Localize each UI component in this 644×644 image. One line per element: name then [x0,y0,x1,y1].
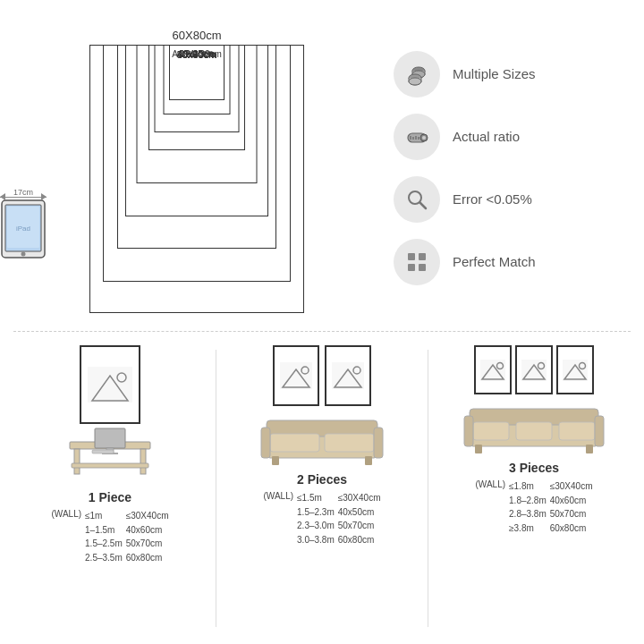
tape-icon [394,114,440,160]
ipad-icon: iPad [0,199,47,259]
svg-text:iPad: iPad [16,225,30,233]
svg-rect-43 [325,434,374,452]
arrangement-1-piece: 1 Piece (WALL) ≤1m 1–1.5m 1.5–2.5m 2.5–3… [4,341,216,636]
size-diagram: 60X80cm 50x70cm 40x60cm 40x50cm 30x40cm [9,9,385,326]
features-panel: Multiple Sizes Actual ratio [385,9,635,326]
art-frame-3c [556,345,594,394]
feature-multiple-sizes: Multiple Sizes [394,51,631,97]
svg-rect-20 [419,253,426,260]
arrangement-3-pieces: 3 Pieces (WALL) ≤1.8m 1.8–2.8m 2.8–3.8m … [428,341,640,636]
label-13x18: 13x18cm [181,48,214,57]
svg-rect-47 [365,456,372,465]
art-frame-3b [515,345,553,394]
art-frame-2b [325,345,371,406]
svg-rect-22 [419,264,426,271]
svg-rect-60 [516,422,552,440]
furniture-desk [61,424,159,487]
arrangement-3-table: (WALL) ≤1.8m 1.8–2.8m 2.8–3.8m ≥3.8m ≤30… [476,479,593,535]
svg-point-16 [422,136,426,140]
svg-rect-61 [559,422,595,440]
ipad-width-label: 17cm [13,188,33,197]
feature-perfect-match: Perfect Match [394,239,631,285]
feature-actual-ratio: Actual ratio [394,114,631,160]
arrangement-1-table: (WALL) ≤1m 1–1.5m 1.5–2.5m 2.5–3.5m ≤30X… [52,509,169,564]
bottom-section: 1 Piece (WALL) ≤1m 1–1.5m 1.5–2.5m 2.5–3… [0,332,644,640]
svg-rect-21 [408,264,415,271]
feature-error-label: Error <0.05% [453,191,532,207]
art-frame-2a [273,345,319,406]
svg-rect-30 [95,428,125,448]
svg-rect-42 [270,434,319,452]
wall-label-1: (WALL) [52,509,82,564]
arrangement-2-title: 2 Pieces [297,472,347,487]
furniture-sofa-3 [462,394,606,457]
svg-rect-29 [72,463,148,468]
svg-rect-27 [74,449,80,474]
feature-actual-ratio-label: Actual ratio [453,129,520,144]
svg-line-18 [420,202,427,208]
svg-rect-28 [140,449,146,474]
art-frame-3a [474,345,512,394]
svg-point-8 [409,78,421,85]
feature-error: Error <0.05% [394,176,631,223]
svg-rect-62 [464,416,473,446]
furniture-sofa-2 [259,406,385,469]
feature-perfect-match-label: Perfect Match [453,254,536,269]
magnifier-icon [394,176,440,223]
svg-rect-19 [408,253,415,260]
coins-icon [394,51,440,97]
frame-13x18: 13x18cm [169,45,225,100]
grid-icon [394,239,440,285]
svg-rect-59 [473,422,509,440]
wall-label-3: (WALL) [476,479,506,535]
svg-rect-65 [586,445,593,453]
svg-point-2 [21,252,26,257]
svg-rect-45 [374,428,383,458]
arrangement-1-title: 1 Piece [89,490,131,504]
arrangement-2-pieces: 2 Pieces (WALL) ≤1.5m 1.5–2.3m 2.3–3.0m … [216,341,428,636]
svg-rect-44 [261,428,270,458]
svg-rect-64 [475,445,482,453]
feature-multiple-sizes-label: Multiple Sizes [453,66,536,81]
size-label-60x80: 60X80cm [173,29,222,42]
svg-rect-63 [595,416,604,446]
arrangement-2-table: (WALL) ≤1.5m 1.5–2.3m 2.3–3.0m 3.0–3.8m … [264,491,381,547]
art-frame-1 [80,345,140,424]
wall-label-2: (WALL) [264,491,294,547]
arrangement-3-title: 3 Pieces [509,461,559,475]
svg-rect-33 [92,450,114,453]
svg-rect-46 [272,456,279,465]
ipad-reference: 17cm iPad 24cm [0,197,47,259]
